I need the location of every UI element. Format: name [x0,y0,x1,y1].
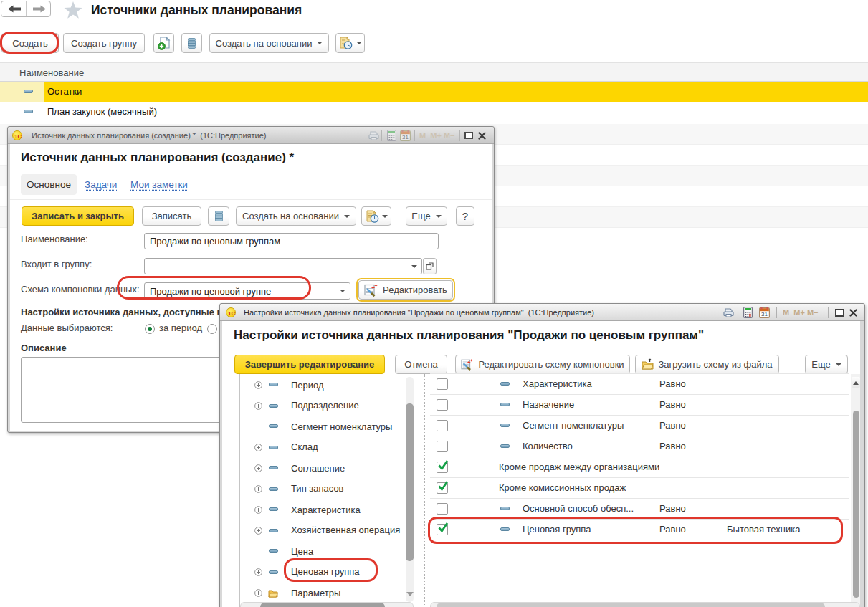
svg-text:31: 31 [761,311,768,317]
svg-text:31: 31 [402,134,409,140]
